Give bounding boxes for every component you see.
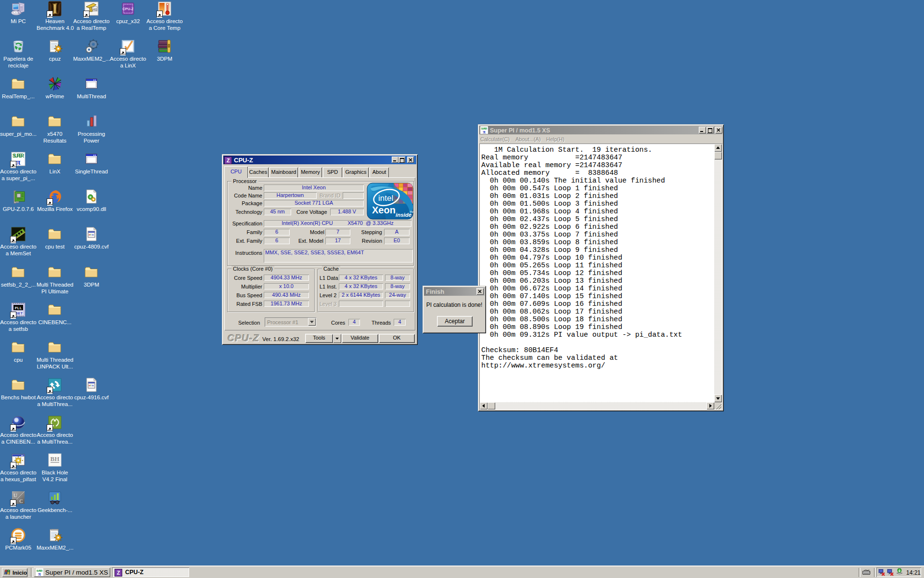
svg-text:TM: TM [410, 210, 413, 213]
svg-text:intel: intel [378, 194, 393, 203]
svg-text:Xeon: Xeon [372, 205, 396, 215]
